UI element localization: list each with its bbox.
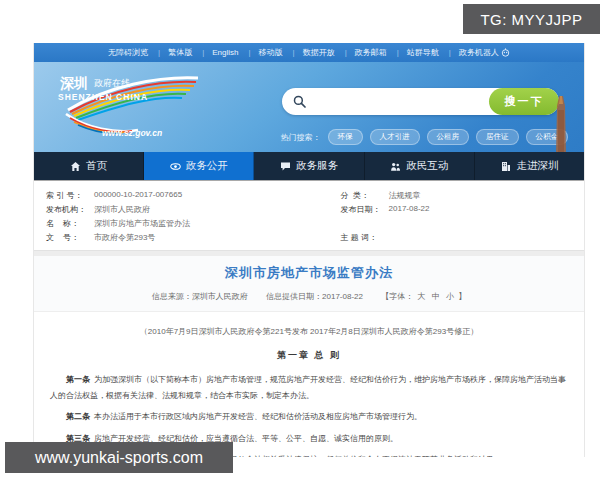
logo-en: SHENZHEN CHINA — [58, 92, 148, 102]
screenshot-page: 无障碍浏览 繁体版 English 移动版 数据开放 政务邮箱 站群导航 政务机… — [0, 0, 600, 480]
hot-tag-public-housing[interactable]: 公租房 — [427, 129, 470, 145]
shenzhen-gov-logo[interactable]: 深圳 政府在线 SHENZHEN CHINA www.sz.gov.cn — [46, 70, 206, 144]
link-gov-mailbox[interactable]: 政务邮箱 — [351, 47, 403, 58]
hot-tag-environment[interactable]: 环保 — [328, 129, 363, 145]
link-mobile-version[interactable]: 移动版 — [255, 47, 299, 58]
search-bar: 搜一下 — [282, 88, 559, 115]
document-info-row: 信息来源：深圳市人民政府 信息提供日期：2017-08-22 【字体： 大 中 … — [34, 291, 584, 302]
font-size-small[interactable]: 小 — [444, 292, 456, 301]
meta-category-value: 法规规章 — [389, 190, 421, 201]
chat-bubble-icon — [280, 161, 291, 172]
document-body: （2010年7月9日深圳市人民政府令第221号发布 2017年2月8日深圳市人民… — [34, 312, 584, 457]
logo-cn-sub: 政府在线 — [94, 78, 130, 88]
site-url-watermark: www.yunkai-sports.com — [5, 442, 233, 473]
meta-name-label: 名 称： — [46, 218, 94, 229]
meta-issuer-label: 发布机构： — [46, 204, 94, 215]
meta-category-label: 分 类： — [341, 190, 389, 201]
nav-public-interaction[interactable]: 政民互动 — [365, 152, 475, 180]
utility-link-bar: 无障碍浏览 繁体版 English 移动版 数据开放 政务邮箱 站群导航 政务机… — [34, 43, 584, 62]
meta-name-value: 深圳市房地产市场监管办法 — [94, 218, 190, 229]
telegram-watermark: TG: MYYJJPP — [463, 4, 600, 34]
chapter-heading: 第一章 总 则 — [50, 349, 568, 362]
hot-search-label: 热门搜索： — [281, 132, 321, 143]
font-size-medium[interactable]: 中 — [430, 292, 442, 301]
meta-pubdate-value: 2017-08-22 — [389, 204, 430, 215]
meta-row: 名 称：深圳市房地产市场监管办法 — [46, 216, 572, 230]
meta-issuer-value: 深圳市人民政府 — [94, 204, 150, 215]
meta-row: 索 引 号：000000-10-2017-007665 分 类：法规规章 — [46, 188, 572, 202]
link-open-data[interactable]: 数据开放 — [299, 47, 351, 58]
provide-date-label: 信息提供日期： — [266, 292, 322, 301]
search-input[interactable] — [306, 88, 489, 115]
site-banner: 深圳 政府在线 SHENZHEN CHINA www.sz.gov.cn 搜一下… — [34, 62, 584, 152]
meta-docnum-value: 市政府令第293号 — [94, 232, 155, 243]
meta-row: 发布机构：深圳市人民政府 发布日期：2017-08-22 — [46, 202, 572, 216]
meta-index-value: 000000-10-2017-007665 — [94, 190, 182, 201]
link-accessibility[interactable]: 无障碍浏览 — [104, 47, 164, 58]
article-paragraph: 第一条为加强深圳市（以下简称本市）房地产市场管理，规范房地产开发经营、经纪和估价… — [50, 372, 568, 403]
provide-date-value: 2017-08-22 — [322, 292, 363, 301]
font-size-label-open: 【字体： — [381, 292, 413, 301]
home-icon — [70, 161, 81, 172]
meta-row: 文 号：市政府令第293号 主 题 词： — [46, 230, 572, 244]
link-traditional-chinese[interactable]: 繁体版 — [164, 47, 208, 58]
nav-home[interactable]: 首页 — [34, 152, 144, 180]
search-icon — [293, 95, 306, 108]
meta-index-label: 索 引 号： — [46, 190, 94, 201]
link-gov-robot[interactable]: 政务机器人 — [455, 47, 514, 58]
logo-url: www.sz.gov.cn — [102, 128, 162, 138]
eye-icon — [170, 161, 181, 172]
article-paragraph: 第二条本办法适用于本市行政区域内房地产开发经营、经纪和估价活动及相应房地产市场管… — [50, 409, 568, 425]
nav-government-services[interactable]: 政务服务 — [254, 152, 364, 180]
shenzhen-gov-website: 无障碍浏览 繁体版 English 移动版 数据开放 政务邮箱 站群导航 政务机… — [33, 43, 585, 457]
robot-icon — [501, 48, 510, 57]
font-size-large[interactable]: 大 — [415, 292, 427, 301]
nav-about-shenzhen[interactable]: 走进深圳 — [475, 152, 584, 180]
document-metadata: 索 引 号：000000-10-2017-007665 分 类：法规规章 发布机… — [34, 180, 584, 251]
document-title-block: 深圳市房地产市场监管办法 信息来源：深圳市人民政府 信息提供日期：2017-08… — [34, 256, 584, 312]
revision-note: （2010年7月9日深圳市人民政府令第221号发布 2017年2月8日深圳市人民… — [50, 326, 568, 337]
meta-pubdate-label: 发布日期： — [341, 204, 389, 215]
meta-keywords-label: 主 题 词： — [341, 232, 389, 243]
source-label: 信息来源： — [152, 292, 192, 301]
link-english[interactable]: English — [208, 48, 254, 57]
hot-search-row: 热门搜索： 环保 人才引进 公租房 居住证 公积金 — [281, 129, 569, 145]
page-title: 深圳市房地产市场监管办法 — [34, 264, 584, 282]
search-button[interactable]: 搜一下 — [489, 88, 559, 115]
meta-docnum-label: 文 号： — [46, 232, 94, 243]
people-icon — [390, 161, 401, 172]
hot-tag-talent[interactable]: 人才引进 — [370, 129, 420, 145]
link-site-navigation[interactable]: 站群导航 — [403, 47, 455, 58]
logo-cn-main: 深圳 — [59, 75, 88, 91]
source-value: 深圳市人民政府 — [192, 292, 248, 301]
hot-tag-residence-permit[interactable]: 居住证 — [476, 129, 519, 145]
nav-government-disclosure[interactable]: 政务公开 — [144, 152, 254, 180]
skyscraper-decoration — [550, 96, 572, 154]
building-icon — [500, 161, 511, 172]
main-nav: 首页 政务公开 政务服务 — [34, 152, 584, 180]
font-size-label-close: 】 — [458, 292, 466, 301]
